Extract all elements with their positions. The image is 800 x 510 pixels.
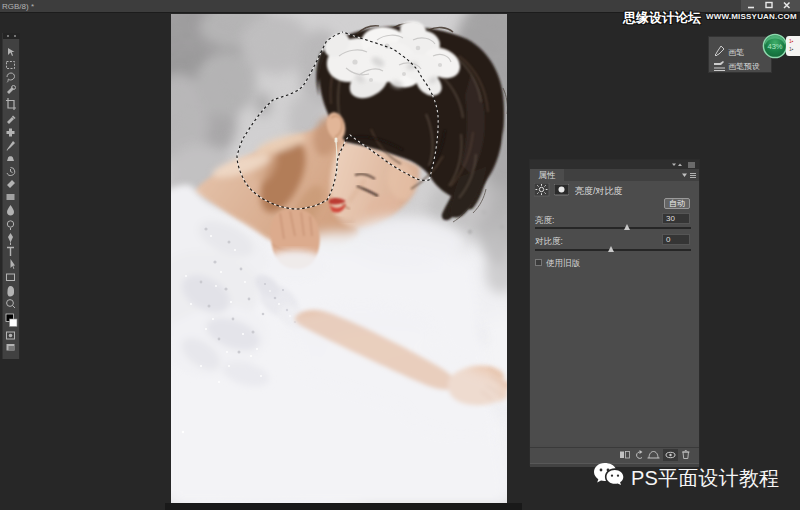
svg-text:43%: 43% (767, 42, 782, 51)
